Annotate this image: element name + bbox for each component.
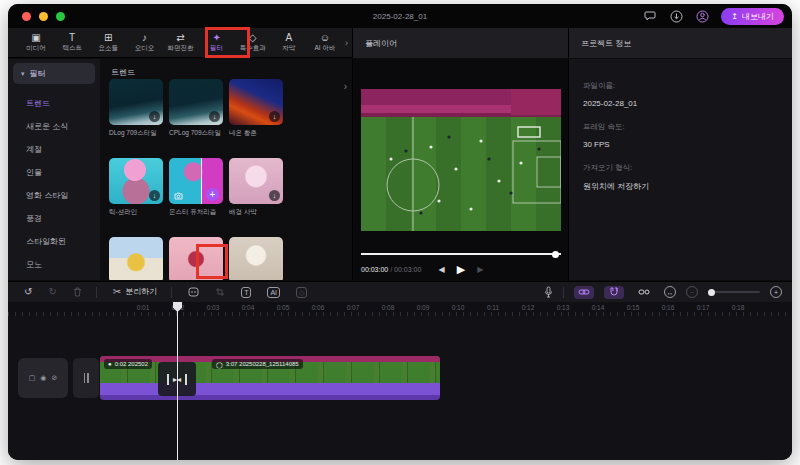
thumbnail-image[interactable] <box>169 237 223 280</box>
crop-icon[interactable] <box>215 287 225 297</box>
thumbnail-image[interactable]: ↓ <box>109 79 163 125</box>
download-badge-icon[interactable]: ↓ <box>149 190 160 201</box>
library-scroll-chevron-icon[interactable]: › <box>344 81 347 92</box>
filter-thumbnail[interactable] <box>169 237 223 280</box>
timeline-tracks[interactable]: ▢ ◉ ⊘ ● 0:02 202502 ◯ 3:07 20250228_1251… <box>8 316 792 460</box>
preview-video <box>361 89 561 231</box>
toolbar-item-captions[interactable]: A 자막 <box>271 33 307 53</box>
toolbar-item-audio[interactable]: ♪ 오디오 <box>126 33 162 53</box>
thumbnail-label: 배경 사막 <box>229 208 283 217</box>
toolbar-more-chevron-icon[interactable]: › <box>345 38 348 48</box>
sidebar-item-trend[interactable]: 트렌드 <box>8 92 100 115</box>
keyframe-icon[interactable]: ◇ <box>296 287 307 298</box>
ai-avatar-icon: ☺ <box>320 33 330 43</box>
thumbnail-image[interactable]: ↓ <box>169 79 223 125</box>
split-button[interactable]: ✂ 분리하기 <box>113 287 157 297</box>
video-clip[interactable]: ● 0:02 202502 ◯ 3:07 20250228_125114085 … <box>100 356 440 400</box>
account-icon[interactable] <box>695 9 709 23</box>
playhead[interactable] <box>177 302 178 460</box>
zoom-slider-knob[interactable] <box>708 289 715 296</box>
record-voiceover-icon[interactable] <box>544 286 553 298</box>
thumbnail-image[interactable] <box>109 237 163 280</box>
toolbar-item-elements[interactable]: ⊞ 요소들 <box>90 33 126 53</box>
thumbnail-image[interactable]: ↓ <box>229 158 283 204</box>
text-tool-icon[interactable]: T <box>241 287 251 298</box>
ruler-label: 0:04 <box>242 304 255 311</box>
feedback-icon[interactable] <box>643 9 657 23</box>
timeline-zoom-slider[interactable] <box>708 291 760 293</box>
sidebar-item-mono[interactable]: 모노 <box>8 253 100 276</box>
download-badge-icon[interactable]: ↓ <box>269 111 280 122</box>
zoom-out-icon[interactable]: − <box>686 286 698 298</box>
ruler-label: 0:01 <box>137 304 150 311</box>
ruler-label: 0:13 <box>557 304 570 311</box>
timeline-toolbar-right: ↔ − + <box>544 286 782 299</box>
ai-tool-icon[interactable]: AI <box>267 287 280 298</box>
ruler-label: 0:17 <box>697 304 710 311</box>
library-section-title: 트렌드 <box>111 67 135 78</box>
next-frame-icon[interactable]: ▶ <box>477 265 483 274</box>
preview-camera-icon[interactable] <box>174 192 183 200</box>
filter-thumbnail[interactable]: ↓ 네온 황혼 <box>229 79 283 138</box>
sidebar-filter-header[interactable]: ▾ 필터 <box>13 63 95 84</box>
toolbar-item-transitions[interactable]: ⇄ 화면전환 <box>162 33 198 53</box>
download-badge-icon[interactable]: ↓ <box>209 111 220 122</box>
thumbnail-image[interactable]: + <box>169 158 223 204</box>
download-badge-icon[interactable]: ↓ <box>149 111 160 122</box>
unlink-clips-icon[interactable] <box>634 286 654 299</box>
undo-icon[interactable]: ↺ <box>24 287 32 297</box>
export-button[interactable]: ↥ 내보내기 <box>721 8 784 25</box>
sidebar-item-movie-style[interactable]: 영화 스타일 <box>8 184 100 207</box>
timeline-toolbar: ↺ ↻ ✂ 분리하기 T AI ◇ <box>8 281 792 302</box>
track-visibility-icon[interactable]: ◉ <box>40 374 46 382</box>
clip-label-badge: ● 0:02 202502 <box>104 359 152 369</box>
filter-thumbnail[interactable]: ↓ 배경 사막 <box>229 158 283 217</box>
filter-thumbnail[interactable]: ↓ DLog 709스타일 <box>109 79 163 138</box>
ruler-label: 0:07 <box>347 304 360 311</box>
media-icon: ▣ <box>31 33 40 43</box>
previous-frame-icon[interactable]: ◀ <box>439 265 445 274</box>
filter-thumbnail[interactable]: ↓ CPLog 709스타일 <box>169 79 223 138</box>
play-icon[interactable]: ▶ <box>457 263 465 276</box>
thumbnail-image[interactable] <box>229 237 283 280</box>
thumbnail-label: DLog 709스타일 <box>109 129 163 138</box>
thumbnail-image[interactable]: ↓ <box>109 158 163 204</box>
snap-magnet-icon[interactable] <box>604 286 624 299</box>
add-filter-plus-icon[interactable]: + <box>206 188 219 201</box>
download-badge-icon[interactable]: ↓ <box>269 190 280 201</box>
sidebar-item-stylized[interactable]: 스타일화된 <box>8 230 100 253</box>
link-clips-icon[interactable] <box>574 286 594 299</box>
timeline-ruler[interactable]: 0:01 0:02 0:03 0:04 0:05 0:06 0:07 0:08 … <box>8 302 792 316</box>
toolbar-item-filter[interactable]: ✦ 필터 <box>199 33 235 53</box>
ruler-label: 0:06 <box>312 304 325 311</box>
sidebar-item-season[interactable]: 계절 <box>8 138 100 161</box>
ruler-label: 0:05 <box>277 304 290 311</box>
sidebar-item-news[interactable]: 새로운 소식 <box>8 115 100 138</box>
sidebar-item-portrait[interactable]: 인물 <box>8 161 100 184</box>
zoom-in-icon[interactable]: + <box>770 286 782 298</box>
mini-clip[interactable] <box>73 358 99 398</box>
thumbnail-image[interactable]: ↓ <box>229 79 283 125</box>
toolbar-item-effects[interactable]: ◇ 특수효과 <box>235 33 271 53</box>
track-header: ▢ ◉ ⊘ <box>18 358 68 398</box>
toolbar-item-ai-avatar[interactable]: ☺ AI 아바 <box>307 33 343 53</box>
track-mute-icon[interactable]: ⊘ <box>51 374 57 382</box>
scrub-handle[interactable] <box>552 251 559 258</box>
auto-ripple-icon[interactable]: ↔ <box>664 286 676 298</box>
track-film-icon[interactable]: ▢ <box>29 374 36 382</box>
filter-library: 트렌드 › ↓ DLog 709스타일 ↓ CPLog 709스타일 <box>100 59 352 280</box>
toolbar-item-media[interactable]: ▣ 미디어 <box>18 33 54 53</box>
ruler-label: 0:12 <box>522 304 535 311</box>
mask-icon[interactable] <box>188 287 199 297</box>
filter-thumbnail[interactable]: ↓ 틱-션라인 <box>109 158 163 217</box>
filter-thumbnail-selected[interactable]: + 몬스터 퓨처리즘 <box>169 158 223 217</box>
info-value-filename: 2025-02-28_01 <box>583 99 792 108</box>
toolbar-item-text[interactable]: T 텍스트 <box>54 33 90 53</box>
filter-thumbnail[interactable] <box>109 237 163 280</box>
redo-icon[interactable]: ↻ <box>48 287 56 297</box>
delete-icon[interactable] <box>73 287 82 297</box>
playback-scrub-bar[interactable] <box>361 253 561 255</box>
download-icon[interactable] <box>669 9 683 23</box>
filter-thumbnail[interactable] <box>229 237 283 280</box>
sidebar-item-landscape[interactable]: 풍경 <box>8 207 100 230</box>
